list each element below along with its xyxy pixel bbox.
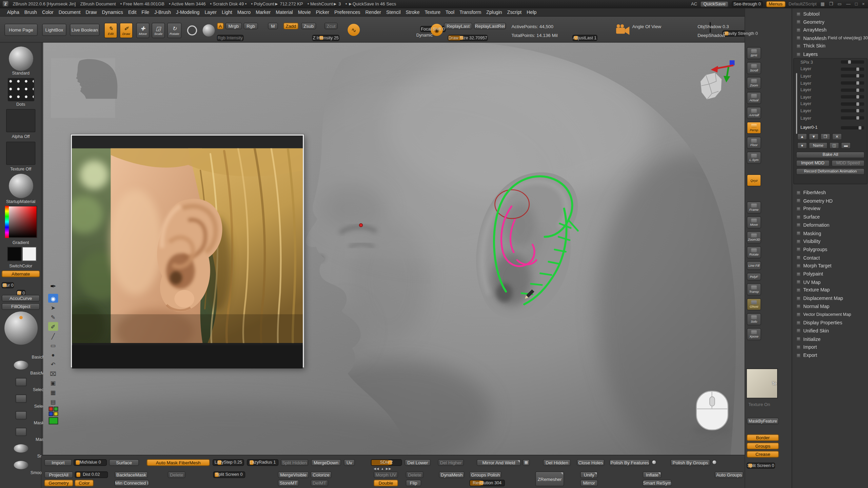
stroke-thumbnail[interactable] (8, 78, 34, 101)
palette-export[interactable]: Export (792, 351, 868, 359)
screen-icon[interactable]: ▣ (48, 379, 58, 387)
auto-groups-button[interactable]: Auto Groups (715, 471, 744, 478)
scroll-button[interactable]: Scroll (747, 62, 761, 74)
mdd-speed-button[interactable]: MDD Speed (831, 160, 865, 167)
undo-icon[interactable]: ↶ (48, 360, 58, 368)
palette-arraymesh[interactable]: ArrayMesh (792, 26, 868, 34)
palette-layers-header[interactable]: Layers (792, 50, 868, 58)
smooth-valleys-icon[interactable] (14, 461, 28, 469)
dynamesh-button[interactable]: DynaMesh (439, 471, 465, 478)
linefill-button[interactable]: Line Fill (747, 261, 761, 270)
surface-button[interactable]: Surface (109, 459, 139, 466)
ghost-button[interactable]: Ghost (747, 298, 761, 310)
move-nav-button[interactable]: Move (747, 216, 761, 228)
storemt-button[interactable]: StoreMT (278, 480, 299, 487)
mirror-button[interactable]: Mirror (580, 480, 598, 487)
layer-name-button[interactable]: Name (809, 142, 828, 149)
menu-tool[interactable]: Tool (443, 9, 457, 16)
menu-color[interactable]: Color (39, 9, 56, 16)
smooth-icon[interactable] (14, 444, 28, 452)
menu-texture[interactable]: Texture (422, 9, 443, 16)
palette-masking[interactable]: Masking (792, 229, 868, 237)
aahalf-button[interactable]: AAHalf (747, 107, 761, 119)
projectall-button[interactable]: ProjectAll (44, 471, 73, 478)
adjust-last-slider[interactable]: AdjustLast 1 (572, 35, 597, 41)
palette-display-properties[interactable]: Display Properties (792, 319, 868, 327)
blur-slider[interactable]: Blur 0 (2, 282, 14, 288)
layer-delete-button[interactable]: ✕ (832, 133, 842, 140)
palette-normal-map[interactable]: Normal Map (792, 303, 868, 310)
draw-size-slider[interactable]: Draw Size 32.70957 (448, 35, 488, 41)
clipboard-icon[interactable]: ▤ (48, 397, 58, 406)
palette-geometry[interactable]: Geometry (792, 18, 868, 26)
solo-button[interactable]: Solo (747, 313, 761, 325)
rotate-nav-button[interactable]: Rotate (747, 246, 761, 259)
secondary-color-swatch[interactable] (22, 247, 36, 261)
min-connected-button[interactable]: Min Connected I (115, 480, 149, 487)
inflate-button[interactable]: Inflate (643, 471, 662, 478)
select-rect-icon[interactable] (16, 394, 27, 403)
brush-ring-icon[interactable] (187, 25, 197, 35)
palette-fibermesh[interactable]: FiberMesh (792, 189, 868, 197)
zadd-button[interactable]: Zadd (283, 23, 298, 29)
layer-merge-button[interactable]: ▬ (841, 142, 851, 149)
pen-nib-icon[interactable]: ✒ (50, 282, 56, 293)
menu-marker[interactable]: Marker (253, 9, 273, 16)
angle-of-view-label[interactable]: Angle Of View (632, 24, 661, 29)
switch-color-label[interactable]: SwitchColor (0, 263, 41, 268)
menu-alpha[interactable]: Alpha (4, 9, 22, 16)
ruler-icon[interactable]: ▭ (48, 341, 58, 350)
uv-button[interactable]: Uv (344, 459, 355, 466)
record-deformation-button[interactable]: Record Deformation Animation (796, 168, 865, 175)
menu-transform[interactable]: Transform (457, 9, 484, 16)
actual-button[interactable]: Actual (747, 92, 761, 104)
palette-deformation[interactable]: Deformation (792, 221, 868, 229)
palette-texture-map[interactable]: Texture Map (792, 286, 868, 294)
accucurve-button[interactable]: AccuCurve (2, 295, 40, 302)
layer-row[interactable]: Layer (794, 73, 867, 80)
color-tab-button[interactable]: Color (75, 480, 94, 487)
pencil-icon[interactable]: ✎ (48, 312, 58, 321)
del-lower-button[interactable]: Del Lower (405, 459, 431, 466)
see-through-slider[interactable]: See-through 0 (732, 1, 763, 7)
palette-contact[interactable]: Contact (792, 254, 868, 262)
zsub-button[interactable]: Zsub (301, 23, 316, 29)
palette-vector-displacement[interactable]: Vector Displacement Map (792, 311, 868, 319)
geometry-tab-button[interactable]: Geometry (44, 480, 73, 487)
layer-row[interactable]: Layer (794, 80, 867, 87)
menu-brush[interactable]: Brush (22, 9, 39, 16)
mask-by-feature-button[interactable]: MaskByFeature (747, 418, 779, 425)
home-page-button[interactable]: Home Page (4, 24, 38, 36)
viewport-canvas[interactable]: ✒ ◉ ➤ ✎ ✐ ╱ ▭ ● ↶ ⌧ ▣ ▦ ▤ (43, 43, 745, 455)
split-screen-slider-bottom[interactable]: Split Screen 0 (213, 471, 245, 478)
trash-icon[interactable]: ⌧ (48, 369, 58, 378)
layer-row[interactable]: Layer (794, 66, 867, 73)
alpha-a-button[interactable]: A (217, 23, 224, 29)
texture-on-toggle[interactable]: Texture On (748, 402, 770, 407)
select-lasso-icon[interactable] (16, 378, 27, 386)
palette-polygroups[interactable]: Polygroups (792, 246, 868, 253)
alpha-thumbnail[interactable] (6, 109, 36, 133)
double-button[interactable]: Double (374, 480, 398, 487)
focal-shift-slider[interactable]: Focal Shift 0 (420, 26, 446, 32)
fiber-import-button[interactable]: Import (44, 459, 72, 466)
sdiv-nav-arrows[interactable]: ◀◀ ▲ ▶▶ (374, 467, 392, 470)
swatch-red[interactable] (48, 407, 53, 411)
menu-stroke[interactable]: Stroke (403, 9, 422, 16)
menu-help[interactable]: Help (524, 9, 539, 16)
mirror-and-weld-button[interactable]: Mirror And Weld (477, 459, 521, 466)
menu-draw[interactable]: Draw (83, 9, 99, 16)
alternate-button[interactable]: Alternate (2, 270, 40, 277)
persp-button[interactable]: Persp (747, 122, 761, 134)
z-intensity-slider[interactable]: Z Intensity 25 (312, 35, 339, 41)
dist-slider[interactable]: Dist 0.02 (75, 471, 108, 478)
palette-thickskin[interactable]: Thick Skin (792, 42, 868, 50)
zoom3d-button[interactable]: Zoom3D (747, 231, 761, 243)
menu-light[interactable]: Light (219, 9, 235, 16)
dot-icon[interactable]: ● (48, 350, 58, 359)
delmt-button[interactable]: DelMT (311, 480, 328, 487)
spix-slider[interactable]: SPix 3 (794, 59, 867, 66)
swatch-active-green[interactable] (48, 417, 58, 424)
menu-zscript[interactable]: Zscript (505, 9, 524, 16)
crease-button[interactable]: Crease (747, 451, 779, 458)
